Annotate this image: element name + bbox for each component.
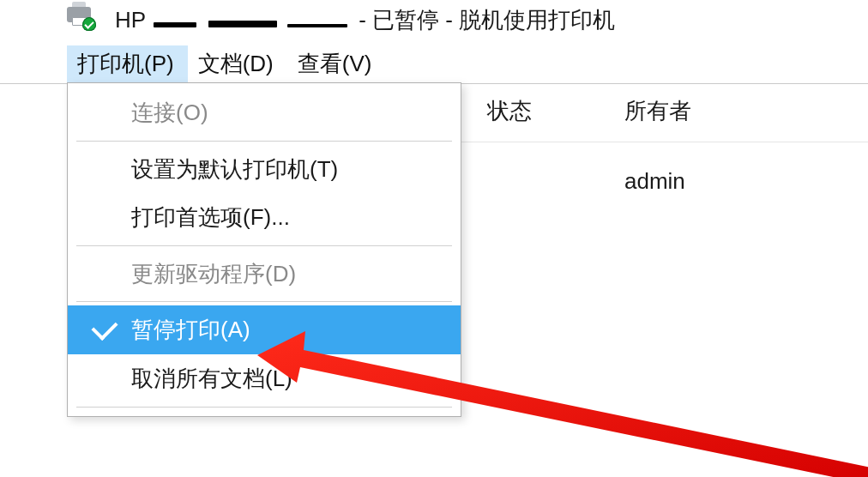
print-queue: 状态 所有者 admin <box>461 82 868 195</box>
menubar: 打印机(P) 文档(D) 查看(V) <box>0 45 868 84</box>
menu-document[interactable]: 文档(D) <box>188 45 287 83</box>
menu-view[interactable]: 查看(V) <box>287 45 386 83</box>
menu-item-connect[interactable]: 连接(O) <box>68 88 461 137</box>
printer-status-icon <box>67 5 105 27</box>
menu-separator <box>76 245 452 246</box>
menu-separator <box>76 141 452 142</box>
window-title: HP - 已暂停 - 脱机使用打印机 <box>115 5 615 37</box>
column-header-status[interactable]: 状态 <box>461 96 616 126</box>
menu-item-cancel-all[interactable]: 取消所有文档(L) <box>68 354 461 403</box>
column-headers: 状态 所有者 <box>461 82 868 142</box>
menu-item-label: 暂停打印(A) <box>131 317 250 342</box>
printer-name-prefix: HP <box>115 7 146 33</box>
window-titlebar: HP - 已暂停 - 脱机使用打印机 <box>0 0 868 45</box>
cell-status <box>461 168 616 195</box>
printer-name-redacted <box>154 7 347 33</box>
menu-separator <box>76 407 452 408</box>
menu-item-set-default[interactable]: 设置为默认打印机(T) <box>68 145 461 194</box>
check-icon <box>91 314 118 341</box>
menu-item-pause-printing[interactable]: 暂停打印(A) <box>68 305 461 354</box>
cell-owner: admin <box>616 168 685 195</box>
menu-item-update-driver[interactable]: 更新驱动程序(D) <box>68 250 461 299</box>
printer-menu-dropdown: 连接(O) 设置为默认打印机(T) 打印首选项(F)... 更新驱动程序(D) … <box>67 82 461 417</box>
menu-separator <box>76 301 452 302</box>
menu-item-preferences[interactable]: 打印首选项(F)... <box>68 193 461 242</box>
menu-printer[interactable]: 打印机(P) <box>67 45 188 83</box>
column-header-owner[interactable]: 所有者 <box>616 96 691 126</box>
printer-title-status: - 已暂停 - 脱机使用打印机 <box>359 7 615 33</box>
table-row[interactable]: admin <box>461 142 868 195</box>
